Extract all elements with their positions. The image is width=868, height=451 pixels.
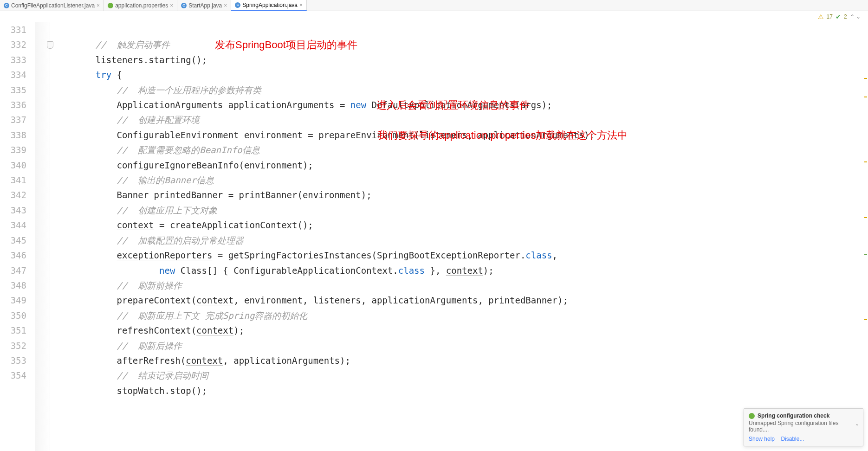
notification-body: Unmapped Spring configuration files foun… [749,420,858,433]
tab-label: SpringApplication.java [242,2,298,8]
inspection-status: ⚠ 17 ✔ 2 ⌃ ⌄ [0,11,868,22]
annotation: 我们要探寻的application.properties加载就在这个方法中 [377,128,628,143]
tab-label: ConfigFileApplicationListener.java [11,2,95,9]
annotation: 发布SpringBoot项目启动的事件 [215,38,357,52]
comment: // 输出的Banner信息 [117,175,214,185]
code-text: ); [483,265,494,276]
class-icon: C [235,2,240,8]
chevron-icon[interactable]: ⌃ ⌄ [850,13,861,20]
notification-links: Show help Disable... [749,436,858,442]
check-icon: ✔ [836,13,841,20]
code-text: Class[] { ConfigurableApplicationContext… [175,265,398,276]
comment: // 配置需要忽略的BeanInfo信息 [117,145,260,155]
close-icon[interactable]: × [97,2,100,9]
stripe-mark[interactable] [864,319,867,320]
code-area[interactable]: // 触发启动事件 listeners.starting(); try { //… [50,22,868,451]
close-icon[interactable]: × [299,2,303,8]
keyword: new [159,265,175,276]
code-text: , applicationArguments); [223,355,350,366]
code-text: = createApplicationContext(); [154,220,313,230]
code-text: Banner printedBanner = printBanner(envir… [117,190,372,200]
variable: context [117,220,154,230]
comment: // 创建并配置环境 [117,115,200,125]
stripe-mark[interactable] [864,254,867,255]
code-text: stopWatch.stop(); [117,386,207,396]
comment: // 加载配置的启动异常处理器 [117,235,244,245]
code-text: configureIgnoreBeanInfo(environment); [117,160,313,170]
code-text: refreshContext( [117,325,197,335]
line-gutter: 331 332 333 334 335 336 337 338 339 340 … [0,22,35,451]
comment: // 构造一个应用程序的参数持有类 [117,85,262,95]
spring-icon [749,413,755,419]
warning-icon: ⚠ [818,13,824,20]
disable-link[interactable]: Disable... [781,436,804,442]
editor-tabs: C ConfigFileApplicationListener.java × a… [0,0,868,11]
code-text: , environment, listeners, applicationArg… [233,295,568,305]
close-icon[interactable]: × [170,2,173,9]
tab-start-app[interactable]: C StartApp.java × [177,0,231,11]
code-text: ); [233,325,244,335]
comment: // 创建应用上下文对象 [117,205,218,215]
close-icon[interactable]: × [224,2,227,9]
error-stripe[interactable] [863,22,868,451]
keyword: class [398,265,425,276]
annotation: 进入后会看到配置环境信息的事件 [376,98,530,113]
comment: // 刷新应用上下文 完成Spring容器的初始化 [117,310,308,321]
tab-spring-application[interactable]: C SpringApplication.java × [231,0,307,11]
comment: // 触发启动事件 [96,39,170,50]
variable: context [446,265,483,276]
stripe-mark[interactable] [864,161,867,162]
code-text: }, [425,265,446,276]
show-help-link[interactable]: Show help [749,436,775,442]
variable: exceptionReporters [117,250,213,260]
notification-title: Spring configuration check [749,412,858,419]
comment: // 刷新后操作 [117,341,182,351]
tab-application-properties[interactable]: application.properties × [104,0,177,11]
variable: context [186,355,223,366]
code-editor[interactable]: 331 332 333 334 335 336 337 338 339 340 … [0,22,868,451]
chevron-down-icon[interactable]: ⌄ [855,421,859,427]
gutter-shadow [35,22,50,451]
tab-label: StartApp.java [188,2,222,9]
tab-config-file-listener[interactable]: C ConfigFileApplicationListener.java × [0,0,104,11]
stripe-mark[interactable] [864,78,867,79]
comment: // 刷新前操作 [117,280,182,290]
shield-icon [47,41,53,49]
variable: context [196,325,233,335]
keyword: new [350,100,366,110]
class-icon: C [181,3,187,8]
code-text: afterRefresh( [117,355,186,366]
warning-count: 17 [827,13,833,20]
green-count: 2 [844,13,847,20]
tab-label: application.properties [115,2,168,9]
code-text: , [552,250,557,260]
notification-spring-config[interactable]: Spring configuration check Unmapped Spri… [744,408,863,446]
variable: context [196,295,233,305]
leaf-icon [108,3,113,8]
code-text: = getSpringFactoriesInstances(SpringBoot… [212,250,525,260]
comment: // 结束记录启动时间 [117,370,209,380]
stripe-mark[interactable] [864,217,867,218]
class-icon: C [4,3,9,8]
keyword: try [96,70,111,80]
code-text: { [111,70,122,80]
code-text: ApplicationArguments applicationArgument… [117,100,350,110]
keyword: class [525,250,552,260]
code-text: listeners.starting(); [96,55,207,65]
code-text: prepareContext( [117,295,197,305]
stripe-mark[interactable] [864,97,867,97]
